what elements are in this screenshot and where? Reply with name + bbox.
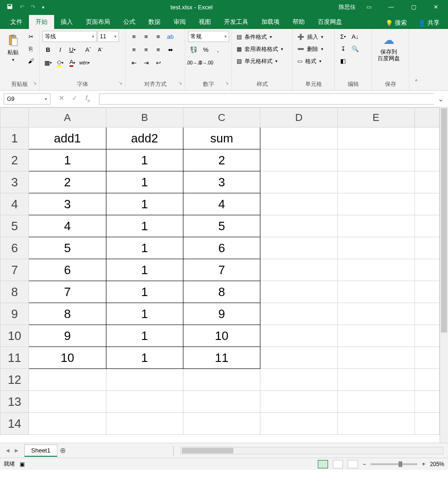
cell[interactable]: 3 xyxy=(183,171,260,193)
cell[interactable]: 1 xyxy=(106,215,183,237)
row-header[interactable]: 7 xyxy=(0,259,29,281)
cell[interactable] xyxy=(260,413,337,435)
align-right-button[interactable]: ≡ xyxy=(153,44,164,55)
row-header[interactable]: 1 xyxy=(0,127,29,149)
align-middle-button[interactable]: ≡ xyxy=(140,31,152,42)
cell[interactable] xyxy=(337,127,414,149)
cell[interactable] xyxy=(260,281,337,303)
cell[interactable] xyxy=(260,325,337,347)
cell[interactable] xyxy=(260,347,337,369)
cell[interactable] xyxy=(183,391,260,413)
cell[interactable] xyxy=(337,325,414,347)
cell[interactable]: 6 xyxy=(29,259,106,281)
tab-baidu[interactable]: 百度网盘 xyxy=(311,15,349,29)
enter-formula-button[interactable]: ✓ xyxy=(70,94,79,103)
cell[interactable] xyxy=(260,237,337,259)
bold-button[interactable]: B xyxy=(42,44,54,55)
cell[interactable] xyxy=(260,193,337,215)
sheet-tab[interactable]: Sheet1 xyxy=(24,445,57,457)
fill-color-button[interactable]: ◇▾ xyxy=(55,57,66,68)
save-to-baidu-button[interactable]: ☁ 保存到 百度网盘 xyxy=(375,31,403,64)
tab-home[interactable]: 开始 xyxy=(29,15,54,29)
increase-decimal-button[interactable]: .00→.0 xyxy=(188,57,199,68)
cell[interactable]: 3 xyxy=(29,193,106,215)
shrink-font-button[interactable]: Aˇ xyxy=(95,44,106,55)
cell[interactable] xyxy=(337,391,414,413)
tab-review[interactable]: 审阅 xyxy=(167,15,192,29)
cut-button[interactable]: ✂ xyxy=(25,31,36,42)
cell[interactable]: 1 xyxy=(106,193,183,215)
cell[interactable]: 1 xyxy=(106,281,183,303)
conditional-formatting-button[interactable]: ▤条件格式▾ xyxy=(235,31,274,43)
cell[interactable] xyxy=(260,149,337,171)
paste-button[interactable]: 粘贴 ▾ xyxy=(3,31,23,64)
column-header[interactable]: A xyxy=(29,108,106,127)
cell[interactable] xyxy=(337,413,414,435)
row-header[interactable]: 3 xyxy=(0,171,29,193)
select-all-corner[interactable] xyxy=(0,108,29,127)
tab-developer[interactable]: 开发工具 xyxy=(217,15,255,29)
chevron-down-icon[interactable]: ▾ xyxy=(45,97,47,101)
borders-button[interactable]: ▦▾ xyxy=(42,57,54,68)
cell[interactable] xyxy=(183,369,260,391)
clipboard-launcher-icon[interactable]: ↘ xyxy=(33,80,36,85)
cell[interactable]: 8 xyxy=(29,303,106,325)
cell[interactable]: 1 xyxy=(106,347,183,369)
clear-button[interactable]: ◧ xyxy=(337,55,349,66)
tab-formulas[interactable]: 公式 xyxy=(117,15,142,29)
column-header[interactable]: E xyxy=(337,108,414,127)
zoom-in-button[interactable]: + xyxy=(422,461,425,467)
ribbon-display-icon[interactable]: ▭ xyxy=(359,0,378,14)
fill-button[interactable]: ↧ xyxy=(337,43,349,54)
cell[interactable] xyxy=(29,369,106,391)
insert-function-button[interactable]: fx xyxy=(83,94,92,103)
tab-view[interactable]: 视图 xyxy=(192,15,217,29)
row-header[interactable]: 14 xyxy=(0,413,29,435)
maximize-icon[interactable]: ▢ xyxy=(404,0,423,14)
save-icon[interactable] xyxy=(7,3,13,11)
cell[interactable]: 7 xyxy=(183,259,260,281)
phonetic-button[interactable]: wén▾ xyxy=(79,57,90,68)
add-sheet-button[interactable]: ⊕ xyxy=(57,446,69,455)
font-launcher-icon[interactable]: ↘ xyxy=(119,80,122,85)
row-header[interactable]: 4 xyxy=(0,193,29,215)
italic-button[interactable]: I xyxy=(55,44,66,55)
percent-button[interactable]: % xyxy=(200,44,211,55)
font-size-combo[interactable]: 11▾ xyxy=(98,31,119,42)
row-header[interactable]: 11 xyxy=(0,347,29,369)
row-header[interactable]: 8 xyxy=(0,281,29,303)
tell-me-search[interactable]: 💡搜索 xyxy=(381,17,412,29)
macro-record-icon[interactable]: ▣ xyxy=(20,461,25,467)
decrease-indent-button[interactable]: ⇤ xyxy=(128,57,140,68)
cell[interactable]: 1 xyxy=(29,149,106,171)
number-launcher-icon[interactable]: ↘ xyxy=(225,80,229,85)
cell[interactable] xyxy=(260,127,337,149)
cell[interactable] xyxy=(183,413,260,435)
tab-data[interactable]: 数据 xyxy=(142,15,167,29)
cell[interactable] xyxy=(260,215,337,237)
merge-button[interactable]: ⬌ xyxy=(165,44,176,55)
cell[interactable] xyxy=(337,259,414,281)
cell[interactable]: 1 xyxy=(106,171,183,193)
cell[interactable]: 7 xyxy=(29,281,106,303)
row-header[interactable]: 13 xyxy=(0,391,29,413)
share-button[interactable]: 👤共享 xyxy=(413,17,444,29)
cell[interactable]: 8 xyxy=(183,281,260,303)
cell[interactable] xyxy=(260,391,337,413)
spreadsheet-grid[interactable]: ABCDE1add1add2sum21123213431454156516761… xyxy=(0,107,440,443)
grow-font-button[interactable]: Aˆ xyxy=(83,44,94,55)
cell[interactable] xyxy=(337,237,414,259)
decrease-decimal-button[interactable]: .0→.00 xyxy=(200,57,211,68)
cell[interactable]: 4 xyxy=(29,215,106,237)
expand-formula-bar-button[interactable]: ⌄ xyxy=(438,94,448,103)
cell[interactable] xyxy=(337,171,414,193)
tab-addins[interactable]: 加载项 xyxy=(255,15,286,29)
cell[interactable]: 5 xyxy=(183,215,260,237)
increase-indent-button[interactable]: ⇥ xyxy=(140,57,152,68)
cell[interactable]: 4 xyxy=(183,193,260,215)
formula-input[interactable] xyxy=(99,93,434,105)
name-box[interactable]: G9▾ xyxy=(4,93,50,105)
close-icon[interactable]: ✕ xyxy=(427,0,445,14)
cell[interactable]: 1 xyxy=(106,303,183,325)
tab-page-layout[interactable]: 页面布局 xyxy=(79,15,117,29)
